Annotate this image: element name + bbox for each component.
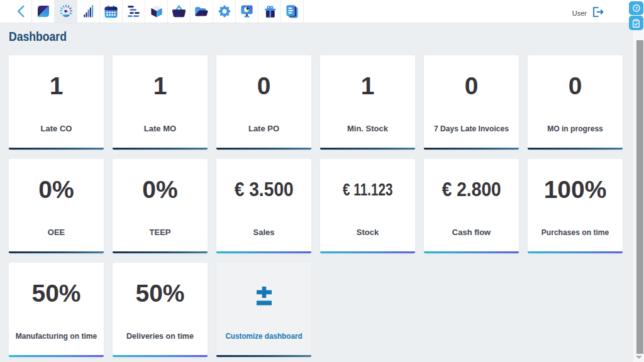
svg-text:?: ?	[635, 6, 638, 11]
